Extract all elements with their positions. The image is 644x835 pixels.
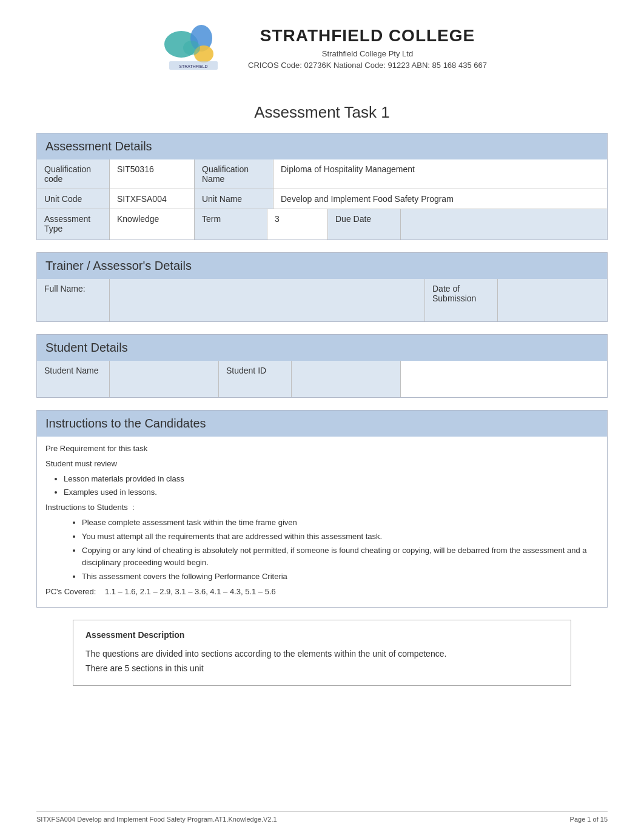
pc-covered-label: PC's Covered: [45, 587, 96, 596]
student-row: Student Name Student ID [37, 361, 607, 397]
instruction-item-3: This assessment covers the following Per… [82, 571, 599, 583]
logo-container: STRATHFIELD [157, 18, 230, 79]
assessment-details-header: Assessment Details [37, 133, 607, 159]
qualification-code-value: SIT50316 [110, 159, 195, 189]
assessment-desc-line1: The questions are divided into sections … [86, 647, 558, 662]
trainer-row: Full Name: Date of Submission [37, 279, 607, 321]
assessment-type-value: Knowledge [110, 209, 195, 240]
due-date-value[interactable] [401, 209, 607, 240]
svg-point-3 [183, 41, 200, 55]
instruction-item-0: Please complete assessment task within t… [82, 517, 599, 529]
instructions-label: Instructions to Students : [45, 501, 599, 514]
footer-left: SITXFSA004 Develop and Implement Food Sa… [36, 816, 277, 823]
page-title: Assessment Task 1 [36, 103, 608, 122]
page-footer: SITXFSA004 Develop and Implement Food Sa… [36, 811, 608, 823]
student-id-label: Student ID [219, 361, 292, 397]
unit-code-value: SITXFSA004 [110, 189, 195, 209]
trainer-section: Trainer / Assessor's Details Full Name: … [36, 252, 608, 322]
instructions-header: Instructions to the Candidates [37, 411, 607, 437]
instruction-item-1: You must attempt all the requirements th… [82, 531, 599, 543]
student-id-value[interactable] [292, 361, 401, 397]
assessment-desc-text: The questions are divided into sections … [86, 647, 558, 676]
assessment-type-row: Assessment Type Knowledge Term 3 Due Dat… [37, 209, 607, 240]
unit-code-label: Unit Code [37, 189, 110, 209]
pc-covered-value: 1.1 – 1.6, 2.1 – 2.9, 3.1 – 3.6, 4.1 – 4… [105, 587, 276, 596]
college-sub1: Strathfield College Pty Ltd [248, 48, 487, 60]
review-list: Lesson materials provided in class Examp… [64, 473, 599, 500]
student-section: Student Details Student Name Student ID [36, 334, 608, 398]
header-text: STRATHFIELD COLLEGE Strathfield College … [248, 26, 487, 72]
footer-right: Page 1 of 15 [570, 816, 608, 823]
term-value: 3 [267, 209, 328, 240]
full-name-label: Full Name: [37, 279, 110, 321]
qualification-name-label: Qualification Name [195, 159, 273, 189]
term-label: Term [195, 209, 267, 240]
qualification-row: Qualification code SIT50316 Qualificatio… [37, 159, 607, 189]
svg-text:STRATHFIELD: STRATHFIELD [179, 64, 207, 69]
instructions-content: Pre Requirement for this task Student mu… [37, 437, 607, 607]
assessment-details-section: Assessment Details Qualification code SI… [36, 133, 608, 240]
student-must-review: Student must review [45, 458, 599, 471]
assessment-type-label: Assessment Type [37, 209, 110, 240]
college-sub2: CRICOS Code: 02736K National Code: 91223… [248, 59, 487, 72]
pc-covered: PC's Covered: 1.1 – 1.6, 2.1 – 2.9, 3.1 … [45, 586, 599, 599]
instruction-item-2: Copying or any kind of cheating is absol… [82, 545, 599, 570]
student-row-spacer [401, 361, 607, 397]
review-item-1: Examples used in lessons. [64, 486, 599, 499]
instruction-list: Please complete assessment task within t… [82, 517, 599, 583]
instructions-section: Instructions to the Candidates Pre Requi… [36, 410, 608, 608]
assessment-desc-title: Assessment Description [86, 630, 558, 640]
due-date-label: Due Date [328, 209, 401, 240]
date-submission-value[interactable] [498, 279, 607, 321]
assessment-description-box: Assessment Description The questions are… [73, 620, 571, 686]
pre-req-label: Pre Requirement for this task [45, 443, 599, 455]
date-submission-label: Date of Submission [425, 279, 498, 321]
header: STRATHFIELD STRATHFIELD COLLEGE Strathfi… [36, 18, 608, 79]
college-logo: STRATHFIELD [160, 21, 227, 76]
unit-row: Unit Code SITXFSA004 Unit Name Develop a… [37, 189, 607, 209]
trainer-header: Trainer / Assessor's Details [37, 253, 607, 279]
page: STRATHFIELD STRATHFIELD COLLEGE Strathfi… [0, 0, 644, 835]
review-item-0: Lesson materials provided in class [64, 473, 599, 486]
unit-name-label: Unit Name [195, 189, 273, 209]
student-header: Student Details [37, 335, 607, 361]
student-name-value[interactable] [110, 361, 219, 397]
qualification-code-label: Qualification code [37, 159, 110, 189]
student-name-label: Student Name [37, 361, 110, 397]
college-name: STRATHFIELD COLLEGE [248, 26, 487, 45]
qualification-name-value: Diploma of Hospitality Management [273, 159, 607, 189]
assessment-desc-line2: There are 5 sections in this unit [86, 662, 558, 676]
full-name-value[interactable] [110, 279, 425, 321]
unit-name-value: Develop and Implement Food Safety Progra… [273, 189, 607, 209]
